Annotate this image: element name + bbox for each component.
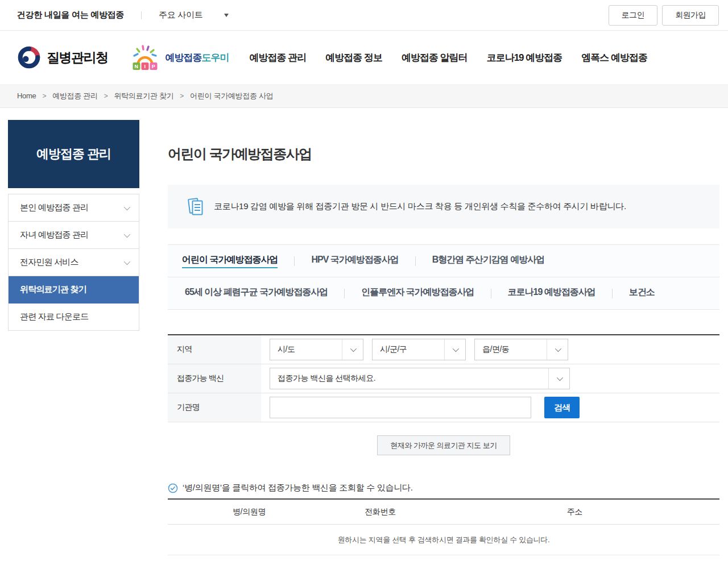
vaccine-selected-value: 접종가능 백신을 선택하세요. bbox=[278, 373, 375, 384]
sidebar-item-find-clinic[interactable]: 위탁의료기관 찾기 bbox=[9, 276, 139, 304]
global-nav: 예방접종 관리 예방접종 정보 예방접종 알림터 코로나19 예방접종 엠폭스 … bbox=[249, 51, 728, 64]
kdca-emblem-icon bbox=[17, 45, 41, 69]
select-chevron-cell bbox=[548, 368, 569, 389]
covid-notice-banner: 코로나19 감염 예방을 위해 접종기관 방문 시 반드시 마스크 착용 등 개… bbox=[168, 185, 719, 228]
col-header-phone: 전화번호 bbox=[330, 507, 430, 517]
col-header-clinic-name: 병/의원명 bbox=[168, 507, 330, 517]
topbar-right: 로그인 회원가입 bbox=[609, 5, 719, 26]
sidebar-menu: 본인 예방접종 관리 자녀 예방접종 관리 전자민원 서비스 위탁의료기관 찾기… bbox=[8, 194, 139, 331]
tab-divider bbox=[612, 289, 613, 298]
map-button-wrap: 현재와 가까운 의료기관 지도 보기 bbox=[168, 435, 719, 455]
major-sites-dropdown[interactable]: 주요 사이트 bbox=[159, 10, 229, 20]
chevron-down-icon bbox=[350, 346, 357, 352]
tab-divider bbox=[415, 256, 416, 266]
tab-hpv-program[interactable]: HPV 국가예방접종사업 bbox=[311, 254, 398, 268]
eupmyeondong-select[interactable]: 읍/면/동 bbox=[474, 339, 568, 360]
region-label: 지역 bbox=[168, 335, 261, 364]
chevron-down-icon bbox=[555, 346, 561, 352]
result-hint-text: ‘병/의원명’을 클릭하여 접종가능한 백신을 조회할 수 있습니다. bbox=[183, 483, 413, 493]
org-name-controls: 검색 bbox=[261, 393, 719, 422]
nearby-clinic-map-button[interactable]: 현재와 가까운 의료기관 지도 보기 bbox=[377, 435, 510, 455]
logo-group: 질병관리청 bbox=[17, 44, 229, 71]
eupmyeondong-selected-value: 읍/면/동 bbox=[482, 344, 509, 355]
nip-title: 예방접종도우미 bbox=[166, 51, 229, 64]
org-name-input[interactable] bbox=[270, 397, 531, 418]
clinic-search-form: 지역 시/도 시/군/구 읍/면/동 bbox=[168, 334, 719, 422]
chevron-down-icon bbox=[124, 231, 130, 237]
tab-influenza-program[interactable]: 인플루엔자 국가예방접종사업 bbox=[361, 286, 474, 301]
nip-title-sub: 도우미 bbox=[202, 52, 229, 63]
login-button[interactable]: 로그인 bbox=[609, 5, 658, 26]
signup-button[interactable]: 회원가입 bbox=[662, 5, 719, 26]
sidebar-item-my-vaccination[interactable]: 본인 예방접종 관리 bbox=[9, 194, 139, 222]
nav-item-covid19[interactable]: 코로나19 예방접종 bbox=[487, 51, 562, 64]
tab-hepatitis-b-program[interactable]: B형간염 주산기감염 예방사업 bbox=[432, 254, 544, 268]
sidebar-item-child-vaccination[interactable]: 자녀 예방접종 관리 bbox=[9, 222, 139, 249]
empty-state-message: 원하시는 지역을 선택 후 검색하시면 결과를 확인하실 수 있습니다. bbox=[338, 535, 550, 545]
sidebar-item-label: 관련 자료 다운로드 bbox=[20, 311, 88, 322]
topbar-left: 건강한 내일을 여는 예방접종 주요 사이트 bbox=[17, 10, 229, 20]
site-header: 질병관리청 bbox=[0, 31, 728, 84]
program-tabs: 어린이 국가예방접종사업 HPV 국가예방접종사업 B형간염 주산기감염 예방사… bbox=[168, 244, 719, 310]
sido-select[interactable]: 시/도 bbox=[270, 339, 363, 360]
breadcrumb-home[interactable]: Home bbox=[17, 92, 36, 100]
breadcrumb-current: 어린이 국가예방접종 사업 bbox=[190, 91, 273, 101]
search-button[interactable]: 검색 bbox=[544, 397, 580, 418]
form-row-region: 지역 시/도 시/군/구 읍/면/동 bbox=[168, 335, 719, 364]
nip-sun-icon: N I P bbox=[130, 44, 160, 71]
region-controls: 시/도 시/군/구 읍/면/동 bbox=[261, 335, 719, 364]
select-chevron-cell bbox=[444, 339, 465, 360]
nav-item-vaccination-notice[interactable]: 예방접종 알림터 bbox=[402, 51, 468, 64]
breadcrumb-level-1[interactable]: 예방접종 관리 bbox=[52, 91, 98, 101]
sigungu-selected-value: 시/군/구 bbox=[380, 344, 407, 355]
org-name-label: 기관명 bbox=[168, 393, 261, 422]
program-tabs-row-2: 65세 이상 폐렴구균 국가예방접종사업 인플루엔자 국가예방접종사업 코로나1… bbox=[168, 277, 719, 310]
tab-divider bbox=[491, 289, 491, 298]
vaccine-label: 접종가능 백신 bbox=[168, 364, 261, 393]
divider bbox=[141, 11, 142, 19]
kdca-name: 질병관리청 bbox=[47, 49, 108, 66]
result-table-header: 병/의원명 전화번호 주소 bbox=[168, 500, 719, 525]
chevron-down-icon bbox=[453, 346, 459, 352]
content-area: 예방접종 관리 본인 예방접종 관리 자녀 예방접종 관리 전자민원 서비스 위… bbox=[0, 108, 728, 555]
site-slogan: 건강한 내일을 여는 예방접종 bbox=[17, 10, 124, 20]
document-icon bbox=[187, 197, 204, 216]
nip-letter-p: P bbox=[150, 63, 157, 70]
tab-divider bbox=[294, 256, 295, 266]
nip-title-main: 예방접종 bbox=[166, 52, 202, 63]
clinic-result-table: 병/의원명 전화번호 주소 원하시는 지역을 선택 후 검색하시면 결과를 확인… bbox=[168, 500, 719, 555]
form-row-org-name: 기관명 검색 bbox=[168, 393, 719, 422]
tab-child-national-program[interactable]: 어린이 국가예방접종사업 bbox=[182, 254, 278, 268]
tab-pneumococcal-program[interactable]: 65세 이상 폐렴구균 국가예방접종사업 bbox=[185, 286, 328, 301]
tab-covid19-program[interactable]: 코로나19 예방접종사업 bbox=[508, 286, 595, 301]
nav-item-mpox[interactable]: 엠폭스 예방접종 bbox=[581, 51, 647, 64]
select-chevron-cell bbox=[342, 339, 363, 360]
sidebar-item-label: 위탁의료기관 찾기 bbox=[20, 284, 86, 295]
nip-letter-i: I bbox=[141, 63, 148, 70]
sigungu-select[interactable]: 시/군/구 bbox=[372, 339, 466, 360]
breadcrumb: Home > 예방접종 관리 > 위탁의료기관 찾기 > 어린이 국가예방접종 … bbox=[0, 84, 728, 108]
breadcrumb-level-2[interactable]: 위탁의료기관 찾기 bbox=[114, 91, 173, 101]
breadcrumb-separator: > bbox=[104, 92, 108, 100]
sidebar-item-downloads[interactable]: 관련 자료 다운로드 bbox=[9, 304, 139, 331]
select-chevron-cell bbox=[547, 339, 568, 360]
nip-logo[interactable]: N I P 예방접종도우미 bbox=[130, 44, 229, 71]
sidebar: 예방접종 관리 본인 예방접종 관리 자녀 예방접종 관리 전자민원 서비스 위… bbox=[8, 120, 139, 331]
kdca-logo[interactable]: 질병관리청 bbox=[17, 45, 108, 69]
dropdown-arrow-icon bbox=[224, 14, 229, 17]
chevron-down-icon bbox=[124, 203, 130, 210]
nav-item-vaccination-info[interactable]: 예방접종 정보 bbox=[325, 51, 382, 64]
chevron-down-icon bbox=[124, 258, 130, 264]
tab-divider bbox=[344, 289, 345, 298]
nav-item-vaccination-management[interactable]: 예방접종 관리 bbox=[249, 51, 306, 64]
form-row-vaccine: 접종가능 백신 접종가능 백신을 선택하세요. bbox=[168, 364, 719, 393]
vaccine-select[interactable]: 접종가능 백신을 선택하세요. bbox=[270, 368, 570, 389]
chevron-down-icon bbox=[557, 375, 563, 381]
nip-letter-badges: N I P bbox=[133, 63, 157, 70]
sidebar-item-label: 전자민원 서비스 bbox=[20, 257, 78, 268]
empty-state-row: 원하시는 지역을 선택 후 검색하시면 결과를 확인하실 수 있습니다. bbox=[168, 525, 719, 555]
major-sites-label: 주요 사이트 bbox=[159, 10, 202, 20]
page-root: 건강한 내일을 여는 예방접종 주요 사이트 로그인 회원가입 질병관리청 bbox=[0, 0, 728, 555]
tab-public-health-center[interactable]: 보건소 bbox=[629, 286, 655, 301]
sidebar-item-e-civil-service[interactable]: 전자민원 서비스 bbox=[9, 249, 139, 276]
